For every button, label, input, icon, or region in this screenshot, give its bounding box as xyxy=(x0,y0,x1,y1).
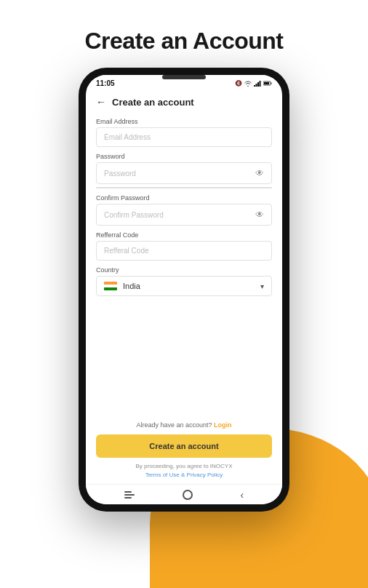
already-account-static: Already have an account? xyxy=(136,421,212,429)
already-account-text: Already have an account? Login xyxy=(96,421,272,429)
terms-text: By proceeding, you agree to INOCYX Terms… xyxy=(96,462,272,480)
status-icons: 🔇 xyxy=(235,80,272,87)
terms-line1: By proceeding, you agree to INOCYX xyxy=(96,462,272,471)
referral-input[interactable]: Refferal Code xyxy=(96,241,272,261)
password-label: Password xyxy=(96,153,272,160)
confirm-password-input[interactable]: Confirm Password 👁 xyxy=(96,204,272,226)
email-input[interactable]: Email Address xyxy=(96,127,272,147)
nav-home-icon[interactable] xyxy=(183,490,193,500)
phone-body: 11:05 🔇 xyxy=(79,68,289,512)
email-label: Email Address xyxy=(96,118,272,125)
svg-rect-1 xyxy=(256,84,257,87)
svg-rect-3 xyxy=(260,81,261,87)
phone-nav-bar: ‹ xyxy=(86,484,282,504)
mute-icon: 🔇 xyxy=(235,80,242,87)
eye-toggle-icon[interactable]: 👁 xyxy=(255,168,264,178)
confirm-password-placeholder: Confirm Password xyxy=(104,211,164,219)
login-link[interactable]: Login xyxy=(214,421,232,429)
password-strength-bar xyxy=(96,187,272,188)
country-label: Country xyxy=(96,266,272,274)
nav-menu-icon[interactable] xyxy=(124,491,135,498)
page-title: Create an Account xyxy=(0,0,368,68)
app-header: ← Create an account xyxy=(86,90,282,112)
screen-title: Create an account xyxy=(112,97,194,108)
phone-notch xyxy=(162,75,206,79)
app-body: Email Address Email Address Password Pas… xyxy=(86,112,282,416)
app-footer: Already have an account? Login Create an… xyxy=(86,416,282,484)
india-flag xyxy=(104,282,117,290)
nav-back-icon[interactable]: ‹ xyxy=(240,490,244,500)
svg-rect-6 xyxy=(271,83,272,84)
confirm-password-label: Confirm Password xyxy=(96,194,272,202)
referral-label: Refferral Code xyxy=(96,231,272,239)
confirm-eye-toggle-icon[interactable]: 👁 xyxy=(255,210,264,220)
country-left: India xyxy=(104,282,140,290)
battery-icon xyxy=(263,81,272,86)
terms-link[interactable]: Terms of Use & Privacy Policy xyxy=(145,472,223,478)
phone-screen: 11:05 🔇 xyxy=(86,75,282,504)
create-account-button[interactable]: Create an account xyxy=(96,434,272,458)
phone-mockup: 11:05 🔇 xyxy=(0,68,368,512)
password-input[interactable]: Password 👁 xyxy=(96,162,272,184)
email-placeholder: Email Address xyxy=(104,133,151,141)
dropdown-arrow-icon: ▾ xyxy=(260,282,264,290)
signal-icon xyxy=(254,81,261,87)
svg-rect-5 xyxy=(264,82,269,84)
svg-rect-2 xyxy=(257,82,259,87)
referral-placeholder: Refferal Code xyxy=(104,247,149,255)
country-name: India xyxy=(123,282,140,290)
svg-rect-0 xyxy=(254,85,255,87)
password-placeholder: Password xyxy=(104,170,136,178)
status-time: 11:05 xyxy=(96,79,115,87)
back-button[interactable]: ← xyxy=(96,96,106,108)
country-selector[interactable]: India ▾ xyxy=(96,276,272,296)
wifi-icon xyxy=(244,81,252,87)
